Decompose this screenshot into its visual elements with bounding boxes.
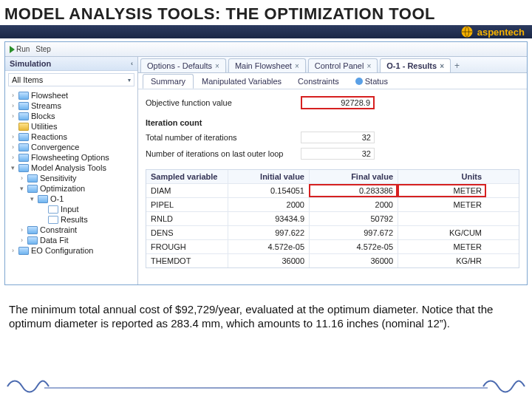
run-button[interactable]: Run <box>10 45 30 53</box>
app-window: Run Step Simulation ‹ All Items ▾ ›Flows… <box>4 41 528 285</box>
subtab-summary[interactable]: Summary <box>143 74 194 89</box>
tree-item-sensitivity[interactable]: ›Sensitivity <box>7 173 136 183</box>
final-value-cell: 0.283386 <box>309 184 398 197</box>
table-row: PIPEL20002000METER <box>146 197 519 211</box>
tree-item-eo-configuration[interactable]: ›EO Configuration <box>7 245 136 256</box>
tree-item-utilities[interactable]: Utilities <box>7 121 136 132</box>
folder-icon <box>27 174 38 183</box>
close-icon[interactable]: × <box>366 62 371 70</box>
tree-item-optimization[interactable]: ▾Optimization <box>7 183 136 194</box>
tree-item-streams[interactable]: ›Streams <box>7 100 136 111</box>
tree-item-flowsheeting-options[interactable]: ›Flowsheeting Options <box>7 152 136 163</box>
tree-item-blocks[interactable]: ›Blocks <box>7 111 136 121</box>
close-icon[interactable]: × <box>215 62 219 70</box>
tree-item-label: Flowsheeting Options <box>31 153 109 162</box>
expand-icon[interactable]: › <box>10 92 16 99</box>
tree-item-label: Data Fit <box>40 236 69 245</box>
initial-value-cell: 0.154051 <box>228 184 309 197</box>
expand-icon[interactable]: › <box>18 226 25 233</box>
tab-options-defaults[interactable]: Options - Defaults× <box>140 58 226 72</box>
add-tab-button[interactable]: + <box>451 59 463 72</box>
folder-icon <box>18 102 29 110</box>
expand-icon[interactable]: ▾ <box>18 185 25 192</box>
tree-item-label: Utilities <box>31 122 57 131</box>
tab-control-panel[interactable]: Control Panel× <box>308 58 378 72</box>
logo-text: aspentech <box>477 27 525 38</box>
outer-iter-value: 32 <box>301 148 375 160</box>
column-header: Final value <box>309 170 398 183</box>
tree-item-flowsheet[interactable]: ›Flowsheet <box>7 90 136 100</box>
var-name-cell: FROUGH <box>146 240 228 253</box>
expand-icon[interactable]: › <box>10 133 16 140</box>
expand-icon[interactable]: › <box>10 143 16 151</box>
var-name-cell: PIPEL <box>146 198 228 211</box>
table-row: RNLD93434.950792 <box>146 211 519 225</box>
expand-icon[interactable]: ▾ <box>29 195 35 202</box>
slide-title: MODEL ANALYSIS TOOLS: THE OPTIMIZATION T… <box>0 0 532 24</box>
expand-icon[interactable]: › <box>10 102 16 109</box>
tree-item-o-1[interactable]: ▾O-1 <box>7 194 136 204</box>
tab-label: Control Panel <box>315 61 364 70</box>
units-cell: METER <box>398 240 486 253</box>
subtab-label: Constraints <box>298 77 339 86</box>
tab-label: Options - Defaults <box>147 61 212 70</box>
tree-item-label: Constraint <box>40 225 77 234</box>
table-row: THEMDOT3600036000KG/HR <box>146 253 519 267</box>
subtab-label: Summary <box>151 77 185 86</box>
folder-icon <box>18 133 29 141</box>
column-header: Units <box>398 170 486 183</box>
total-iter-label: Total number of iterations <box>146 133 301 142</box>
close-icon[interactable]: × <box>440 62 444 70</box>
step-button[interactable]: Step <box>35 45 51 53</box>
navigation-sidebar: Simulation ‹ All Items ▾ ›Flowsheet›Stre… <box>5 57 138 284</box>
tree-item-results[interactable]: Results <box>7 214 136 225</box>
folder-icon <box>18 123 29 131</box>
final-value-cell: 50792 <box>309 212 398 225</box>
expand-icon[interactable]: › <box>10 247 16 254</box>
tab-main-flowsheet[interactable]: Main Flowsheet× <box>228 58 306 72</box>
expand-icon[interactable]: › <box>10 112 16 120</box>
tree-item-data-fit[interactable]: ›Data Fit <box>7 235 136 245</box>
tree-item-input[interactable]: Input <box>7 204 136 214</box>
final-value-cell: 2000 <box>309 198 398 211</box>
summary-panel: Objective function value 92728.9 Iterati… <box>138 89 527 284</box>
close-icon[interactable]: × <box>295 62 299 70</box>
slide-footnote: The minimum total annual cost of $92,729… <box>9 303 523 331</box>
units-cell: METER <box>398 198 486 211</box>
subtab-status[interactable]: Status <box>347 74 396 89</box>
sidebar-heading[interactable]: Simulation ‹ <box>5 57 137 71</box>
units-cell: KG/CUM <box>398 226 486 239</box>
folder-icon <box>18 143 29 151</box>
var-name-cell: DENS <box>146 226 228 239</box>
quick-toolbar: Run Step <box>5 42 527 57</box>
tree-item-label: Convergence <box>31 143 79 151</box>
table-row: DIAM0.1540510.283386METER <box>146 183 519 197</box>
tree-item-reactions[interactable]: ›Reactions <box>7 132 136 142</box>
results-sub-tabs: SummaryManipulated VariablesConstraintsS… <box>138 73 527 89</box>
subtab-constraints[interactable]: Constraints <box>290 74 347 89</box>
tab-label: Main Flowsheet <box>235 61 292 70</box>
all-items-dropdown[interactable]: All Items ▾ <box>8 73 134 86</box>
column-header: Initial value <box>228 170 309 183</box>
tree-item-label: Optimization <box>40 184 85 193</box>
expand-icon[interactable]: ▾ <box>10 164 16 171</box>
expand-icon[interactable]: › <box>10 154 16 161</box>
tree-item-convergence[interactable]: ›Convergence <box>7 142 136 152</box>
step-label: Step <box>35 45 51 53</box>
tree-item-model-analysis-tools[interactable]: ▾Model Analysis Tools <box>7 163 136 173</box>
ornament-left-icon <box>6 378 50 396</box>
expand-icon[interactable]: › <box>18 236 25 244</box>
expand-icon[interactable]: › <box>18 174 25 182</box>
iteration-heading: Iteration count <box>146 118 301 127</box>
tree-item-constraint[interactable]: ›Constraint <box>7 225 136 235</box>
table-row: FROUGH4.572e-054.572e-05METER <box>146 239 519 253</box>
ornament-right-icon <box>482 378 526 396</box>
subtab-manipulated-variables[interactable]: Manipulated Variables <box>194 74 290 89</box>
collapse-icon[interactable]: ‹ <box>131 60 133 67</box>
tree-item-label: O-1 <box>50 194 64 203</box>
folder-icon <box>27 236 38 245</box>
tab-o-1-results[interactable]: O-1 - Results× <box>380 58 451 72</box>
tree-item-label: Model Analysis Tools <box>31 163 106 172</box>
subtab-label: Manipulated Variables <box>202 77 282 86</box>
ornament-border <box>0 369 532 399</box>
